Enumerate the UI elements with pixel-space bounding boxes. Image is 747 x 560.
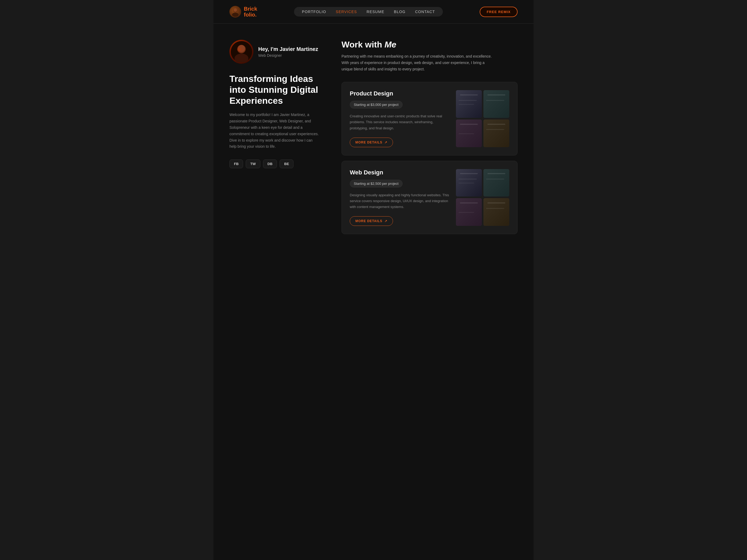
- service-description-1: Creating innovative and user-centric pro…: [350, 113, 450, 131]
- work-with-me-description: Partnering with me means embarking on a …: [341, 53, 496, 72]
- service-image-1a: [456, 90, 482, 118]
- left-column: Hey, I'm Javier Martinez Web Designer Tr…: [229, 40, 320, 239]
- arrow-icon-1: ↗: [384, 140, 387, 144]
- service-card-web-design: Web Design Starting at $2,500 per projec…: [341, 161, 518, 234]
- service-image-2d: [483, 198, 509, 226]
- profile-role: Web Designer: [258, 53, 318, 58]
- service-card-images-1: [456, 90, 509, 147]
- arrow-icon-2: ↗: [384, 219, 387, 223]
- service-title-1: Product Design: [350, 90, 450, 97]
- logo-brand-name: Brick: [244, 6, 257, 12]
- social-tw[interactable]: TW: [246, 159, 260, 168]
- header: Brick folio. PORTFOLIO SERVICES RESUME B…: [213, 0, 534, 24]
- logo-text: Brick folio.: [244, 6, 257, 18]
- nav-resume[interactable]: RESUME: [366, 9, 384, 14]
- social-fb[interactable]: FB: [229, 159, 243, 168]
- nav-portfolio[interactable]: PORTFOLIO: [302, 9, 326, 14]
- nav-services[interactable]: SERVICES: [336, 9, 357, 14]
- service-image-2c: [456, 198, 482, 226]
- social-db[interactable]: DB: [263, 159, 277, 168]
- main-nav: PORTFOLIO SERVICES RESUME BLOG CONTACT: [294, 7, 443, 17]
- hero-description: Welcome to my portfolio! I am Javier Mar…: [229, 112, 320, 150]
- work-with-me-heading: Work with Me: [341, 40, 518, 50]
- nav-contact[interactable]: CONTACT: [415, 9, 435, 14]
- logo[interactable]: Brick folio.: [229, 6, 257, 18]
- service-image-2a: [456, 169, 482, 197]
- free-remix-button[interactable]: FREE REMIX: [480, 7, 518, 17]
- main-content: Hey, I'm Javier Martinez Web Designer Tr…: [213, 24, 534, 250]
- service-card-images-2: [456, 169, 509, 226]
- social-links: FB TW DB BE: [229, 159, 320, 168]
- nav-blog[interactable]: BLOG: [394, 9, 406, 14]
- logo-brand-sub: folio.: [244, 12, 257, 18]
- profile-info: Hey, I'm Javier Martinez Web Designer: [258, 46, 318, 58]
- profile-name: Hey, I'm Javier Martinez: [258, 46, 318, 52]
- service-description-2: Designing visually appealing and highly …: [350, 192, 450, 210]
- more-details-button-2[interactable]: MORE DETAILS ↗: [350, 216, 393, 226]
- service-image-1c: [456, 119, 482, 147]
- more-details-button-1[interactable]: MORE DETAILS ↗: [350, 138, 393, 147]
- service-image-2b: [483, 169, 509, 197]
- svg-point-9: [237, 48, 241, 51]
- service-price-1: Starting at $3,000 per project: [350, 101, 403, 109]
- hero-heading: Transforming Ideas into Stunning Digital…: [229, 73, 320, 106]
- service-price-2: Starting at $2,500 per project: [350, 180, 403, 187]
- right-column: Work with Me Partnering with me means em…: [341, 40, 518, 239]
- social-be[interactable]: BE: [280, 159, 293, 168]
- logo-avatar: [229, 6, 241, 18]
- page-wrapper: Brick folio. PORTFOLIO SERVICES RESUME B…: [213, 0, 534, 560]
- profile-section: Hey, I'm Javier Martinez Web Designer: [229, 40, 320, 64]
- service-title-2: Web Design: [350, 169, 450, 176]
- work-with-me-section: Work with Me Partnering with me means em…: [341, 40, 518, 72]
- service-image-1d: [483, 119, 509, 147]
- service-card-content-2: Web Design Starting at $2,500 per projec…: [350, 169, 450, 226]
- service-card-product-design: Product Design Starting at $3,000 per pr…: [341, 82, 518, 155]
- svg-point-1: [232, 12, 238, 17]
- svg-point-3: [234, 8, 237, 11]
- service-card-content-1: Product Design Starting at $3,000 per pr…: [350, 90, 450, 147]
- avatar: [229, 40, 253, 64]
- service-image-1b: [483, 90, 509, 118]
